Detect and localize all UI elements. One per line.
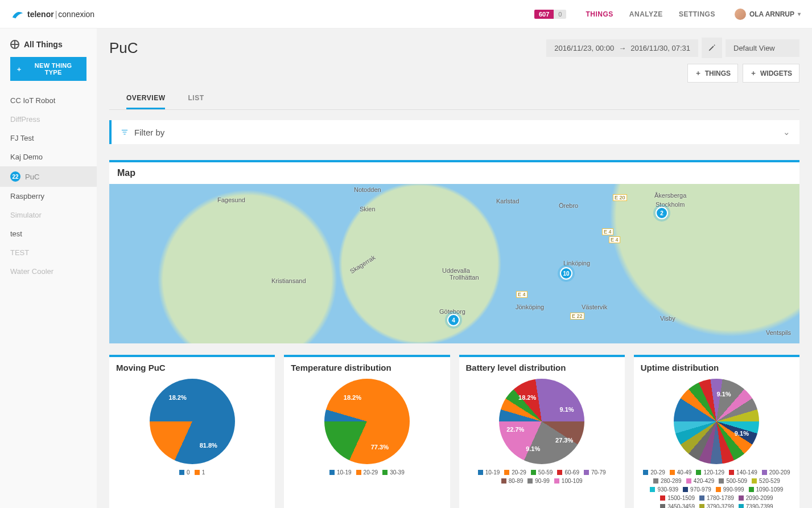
sidebar-item-fj-test[interactable]: FJ Test <box>0 129 97 148</box>
add-things-button[interactable]: ＋THINGS <box>687 64 738 83</box>
legend-item: 30-39 <box>382 469 405 476</box>
legend-swatch <box>650 487 655 492</box>
pie-chart: 81.8%18.2% <box>150 379 235 464</box>
widget-title: Moving PuC <box>116 363 268 372</box>
nav-analyze[interactable]: ANALYZE <box>629 10 663 18</box>
sidebar-all-things[interactable]: All Things <box>0 40 97 57</box>
legend: 10-1920-2950-5960-6970-7980-8990-99100-1… <box>466 469 618 484</box>
widget-0: Moving PuC81.8%18.2%01 <box>109 355 275 508</box>
sidebar-item-diffpress[interactable]: DiffPress <box>0 110 97 129</box>
legend-swatch <box>478 470 483 475</box>
legend-item: 500-509 <box>719 478 747 484</box>
chevron-down-icon: ▾ <box>798 11 801 17</box>
date-range-picker[interactable]: 2016/11/23, 00:00 → 2016/11/30, 07:31 <box>546 39 698 57</box>
nav-settings[interactable]: SETTINGS <box>679 10 715 18</box>
sidebar-item-kaj-demo[interactable]: Kaj Demo <box>0 148 97 166</box>
map-label: Jönköping <box>516 304 544 310</box>
pie-slice-label: 18.2% <box>518 394 536 401</box>
add-widgets-button[interactable]: ＋WIDGETS <box>743 64 799 83</box>
map-label: Skien <box>360 206 376 212</box>
legend-item: 20-29 <box>504 469 526 476</box>
tab-list[interactable]: LIST <box>188 88 204 109</box>
pie-slice-label: 9.1% <box>559 406 574 413</box>
filter-icon <box>121 128 129 136</box>
map-marker[interactable]: 2 <box>656 207 668 219</box>
legend-item: 990-999 <box>716 486 744 493</box>
legend-swatch <box>643 470 648 475</box>
legend-item: 70-79 <box>584 469 606 476</box>
legend-swatch <box>739 504 744 508</box>
legend-item: 80-89 <box>501 478 524 484</box>
badge-primary: 607 <box>534 10 554 19</box>
sidebar-item-test[interactable]: TEST <box>0 243 97 262</box>
map-marker[interactable]: 4 <box>447 314 460 326</box>
legend-item: 0 <box>179 469 190 476</box>
sidebar-item-puc[interactable]: 22PuC <box>0 166 97 187</box>
map-label: Skagerrak <box>349 254 377 275</box>
legend-swatch <box>329 470 335 475</box>
legend-swatch <box>739 495 744 501</box>
legend-swatch <box>670 470 675 475</box>
tabs: OVERVIEWLIST <box>109 88 799 110</box>
legend-swatch <box>531 470 536 475</box>
arrow-right-icon: → <box>619 44 626 52</box>
nav-things[interactable]: THINGS <box>586 10 613 18</box>
legend-swatch <box>382 470 388 475</box>
tab-overview[interactable]: OVERVIEW <box>126 88 165 109</box>
legend-item: 930-939 <box>650 486 678 493</box>
map-label: Ventspils <box>766 329 791 336</box>
view-select[interactable]: Default View <box>726 39 799 57</box>
widget-3: Uptime distribution9.1%9.1%20-2940-49120… <box>634 355 799 508</box>
pie-slice-label: 9.1% <box>716 391 731 398</box>
legend-item: 20-29 <box>356 469 378 476</box>
legend-swatch <box>653 478 658 484</box>
legend-swatch <box>356 470 361 475</box>
user-menu[interactable]: OLA ARNRUP ▾ <box>735 9 801 20</box>
telenor-logo-icon <box>11 8 24 21</box>
widget-title: Uptime distribution <box>641 363 793 372</box>
filter-bar[interactable]: Filter by ⌄ <box>109 120 799 144</box>
legend-swatch <box>527 478 533 484</box>
pie-slice-label: 22.7% <box>506 426 524 433</box>
road-badge: E 20 <box>613 194 627 201</box>
notification-badges[interactable]: 607 0 <box>534 10 566 19</box>
legend-swatch <box>660 504 665 508</box>
brand-logo[interactable]: telenor|connexion <box>11 8 94 21</box>
sidebar-item-simulator[interactable]: Simulator <box>0 206 97 224</box>
legend-swatch <box>504 470 509 475</box>
legend-swatch <box>501 478 506 484</box>
legend-swatch <box>729 470 734 475</box>
plus-icon: ＋ <box>16 65 22 73</box>
sidebar-item-cc-iot-robot[interactable]: CC IoT Robot <box>0 91 97 110</box>
map-label: Fagesund <box>217 196 245 203</box>
map-marker[interactable]: 10 <box>560 267 572 280</box>
map[interactable]: NotoddenFagesundSkienKristiansandSkagerr… <box>109 184 799 343</box>
road-badge: E 4 <box>602 228 613 235</box>
pie-slice-label: 9.1% <box>526 445 540 452</box>
legend-item: 1780-1789 <box>699 495 734 501</box>
sidebar-item-test[interactable]: test <box>0 224 97 243</box>
legend-swatch <box>699 504 704 508</box>
sidebar-item-water-cooler[interactable]: Water Cooler <box>0 262 97 281</box>
legend-swatch <box>554 478 559 484</box>
sidebar: All Things ＋ NEW THING TYPE CC IoT Robot… <box>0 28 97 508</box>
topbar: telenor|connexion 607 0 THINGSANALYZESET… <box>0 0 812 28</box>
sidebar-item-raspberry[interactable]: Raspberry <box>0 187 97 206</box>
widgets-grid: Moving PuC81.8%18.2%01Temperature distri… <box>109 355 799 508</box>
legend-item: 90-99 <box>527 478 550 484</box>
legend-swatch <box>683 487 688 492</box>
legend-swatch <box>557 470 562 475</box>
avatar <box>735 9 746 20</box>
pencil-icon <box>708 44 716 52</box>
map-title: Map <box>109 162 799 184</box>
pie-chart: 9.1%9.1% <box>674 379 759 464</box>
map-label: Linköping <box>563 260 590 267</box>
legend-swatch <box>696 470 701 475</box>
legend-item: 10-19 <box>329 469 352 476</box>
map-label: Notodden <box>354 186 381 193</box>
widget-title: Temperature distribution <box>291 363 443 372</box>
new-thing-type-button[interactable]: ＋ NEW THING TYPE <box>10 57 86 81</box>
globe-icon <box>10 40 19 49</box>
edit-button[interactable] <box>702 38 722 58</box>
legend-item: 60-69 <box>557 469 579 476</box>
